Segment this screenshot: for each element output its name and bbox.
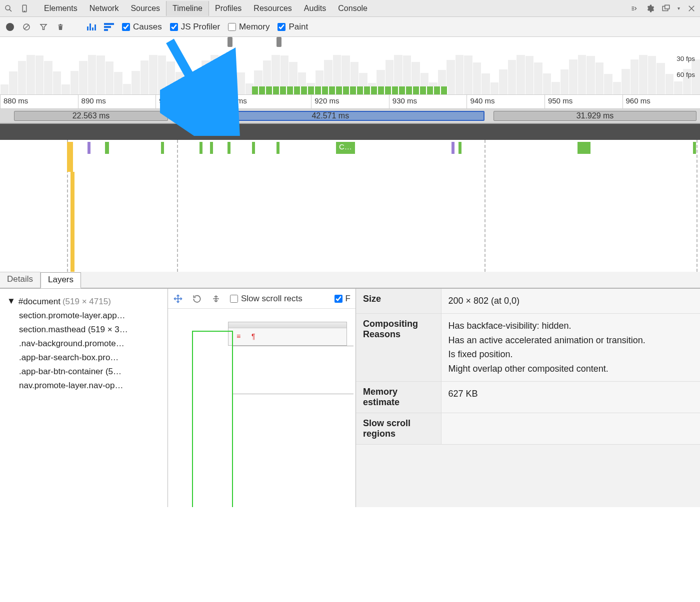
svg-marker-10	[40, 24, 46, 29]
layer-preview-pane: Slow scroll rects F ≡ ¶	[168, 289, 356, 507]
devtools-tabstrip: ElementsNetworkSourcesTimelineProfilesRe…	[0, 0, 700, 17]
memory-label: Memory	[239, 22, 270, 32]
dock-menu-chevron-icon[interactable]: ▾	[678, 5, 680, 11]
tree-root-dim: (519 × 4715)	[62, 295, 111, 309]
reset-icon[interactable]	[211, 294, 221, 304]
pilcrow-icon: ¶	[252, 332, 256, 340]
layer-3d-preview[interactable]: ≡ ¶	[168, 309, 356, 507]
tree-item[interactable]: nav.promote-layer.nav-op…	[7, 379, 160, 393]
ruler-tick: 930 ms	[389, 95, 467, 108]
search-icon[interactable]	[4, 4, 13, 13]
filter-icon[interactable]	[39, 22, 48, 31]
drawer-icon[interactable]	[630, 4, 638, 13]
subtab-details[interactable]: Details	[0, 272, 40, 288]
prop-row-memory: Memory estimate 627 KB	[356, 381, 700, 413]
ruler-tick: ms	[234, 95, 312, 108]
preview-toolbar: Slow scroll rects F	[168, 289, 356, 309]
layer-props-pane: Size 200 × 802 (at 0,0) Compositing Reas…	[356, 289, 700, 507]
mini-window: ≡ ¶	[228, 322, 347, 346]
svg-rect-5	[665, 5, 670, 9]
ruler-tick: 920 ms	[311, 95, 389, 108]
jsprofiler-checkbox[interactable]: JS Profiler	[170, 22, 220, 32]
tab-elements[interactable]: Elements	[38, 1, 84, 16]
tab-profiles[interactable]: Profiles	[209, 1, 248, 16]
extra-label: F	[346, 294, 350, 304]
frames-view-icon[interactable]	[87, 23, 96, 30]
panel-tabs: ElementsNetworkSourcesTimelineProfilesRe…	[38, 1, 374, 16]
record-button[interactable]	[6, 23, 14, 31]
composite-event[interactable]: C…	[336, 142, 355, 154]
gear-icon[interactable]	[646, 4, 654, 13]
clear-icon[interactable]	[22, 22, 31, 31]
paint-checkbox[interactable]: Paint	[278, 22, 308, 32]
tree-item[interactable]: .nav-background.promote…	[7, 337, 160, 351]
tree-item[interactable]: .app-bar-btn-container (5…	[7, 365, 160, 379]
tab-network[interactable]: Network	[84, 1, 125, 16]
layer-props-table: Size 200 × 802 (at 0,0) Compositing Reas…	[356, 289, 700, 445]
svg-line-9	[24, 24, 29, 29]
memory-checkbox[interactable]: Memory	[228, 22, 270, 32]
ruler-tick: 960 ms	[622, 95, 700, 108]
trash-icon[interactable]	[56, 22, 65, 31]
tab-resources[interactable]: Resources	[248, 1, 298, 16]
layer-tree-pane: ▼ #document (519 × 4715) section.promote…	[0, 289, 168, 507]
selected-layer-outline	[192, 331, 233, 507]
overview-pane[interactable]: 30 fps 60 fps	[0, 37, 700, 95]
pan-icon[interactable]	[173, 294, 183, 304]
overview-handle-left[interactable]	[228, 37, 232, 47]
close-icon[interactable]	[687, 4, 696, 13]
ruler-tick: 880 ms	[0, 95, 78, 108]
frame-b-selected[interactable]: 42.571 ms	[176, 111, 484, 121]
ruler-tick: 950 ms	[544, 95, 622, 108]
device-icon[interactable]	[20, 4, 29, 13]
hamburger-icon: ≡	[236, 332, 242, 340]
prop-row-size: Size 200 × 802 (at 0,0)	[356, 289, 700, 313]
flame-view-icon[interactable]	[104, 23, 114, 31]
tab-console[interactable]: Console	[332, 1, 374, 16]
prop-row-slow-scroll: Slow scroll regions	[356, 413, 700, 444]
slow-scroll-checkbox[interactable]: Slow scroll rects	[230, 294, 302, 304]
tree-root[interactable]: ▼ #document (519 × 4715)	[7, 295, 160, 309]
fps-labels: 30 fps 60 fps	[676, 51, 695, 83]
time-ruler: 880 ms890 ms900 msms920 ms930 ms940 ms95…	[0, 95, 700, 109]
ruler-tick: 890 ms	[78, 95, 156, 108]
subtab-layers[interactable]: Layers	[40, 272, 81, 288]
tree-item[interactable]: section.promote-layer.app…	[7, 309, 160, 323]
disclosure-triangle-icon[interactable]: ▼	[7, 294, 16, 308]
frame-c[interactable]: 31.929 ms	[494, 111, 696, 121]
tree-item[interactable]: section.masthead (519 × 3…	[7, 323, 160, 337]
frame-a[interactable]: 22.563 ms	[14, 111, 168, 121]
tab-timeline[interactable]: Timeline	[166, 1, 209, 16]
overview-handle-right[interactable]	[276, 37, 282, 47]
svg-line-1	[10, 9, 12, 11]
cpu-row	[0, 124, 700, 140]
ruler-tick: 940 ms	[466, 95, 544, 108]
timeline-toolbar: Causes JS Profiler Memory Paint	[0, 17, 700, 37]
causes-checkbox[interactable]: Causes	[122, 22, 162, 32]
dock-icon[interactable]	[662, 4, 670, 13]
ruler-tick: 900 ms	[156, 95, 234, 108]
detail-subtabs: DetailsLayers	[0, 272, 700, 288]
tree-root-label: #document	[18, 295, 60, 309]
tab-sources[interactable]: Sources	[124, 1, 166, 16]
tree-item[interactable]: .app-bar-search-box.pro…	[7, 351, 160, 365]
rotate-icon[interactable]	[192, 294, 202, 304]
layers-pane: ▼ #document (519 × 4715) section.promote…	[0, 288, 700, 507]
jsprofiler-label: JS Profiler	[181, 22, 220, 32]
frames-row[interactable]: 22.563 ms 42.571 ms 31.929 ms	[0, 109, 700, 124]
causes-label: Causes	[133, 22, 162, 32]
svg-point-0	[6, 5, 10, 10]
paint-label: Paint	[288, 22, 308, 32]
slow-scroll-label: Slow scroll rects	[241, 294, 302, 304]
tab-audits[interactable]: Audits	[298, 1, 332, 16]
extra-checkbox[interactable]: F	[334, 294, 350, 304]
flame-chart[interactable]: C…	[0, 140, 700, 272]
prop-row-compositing: Compositing Reasons Has backface-visibil…	[356, 313, 700, 381]
